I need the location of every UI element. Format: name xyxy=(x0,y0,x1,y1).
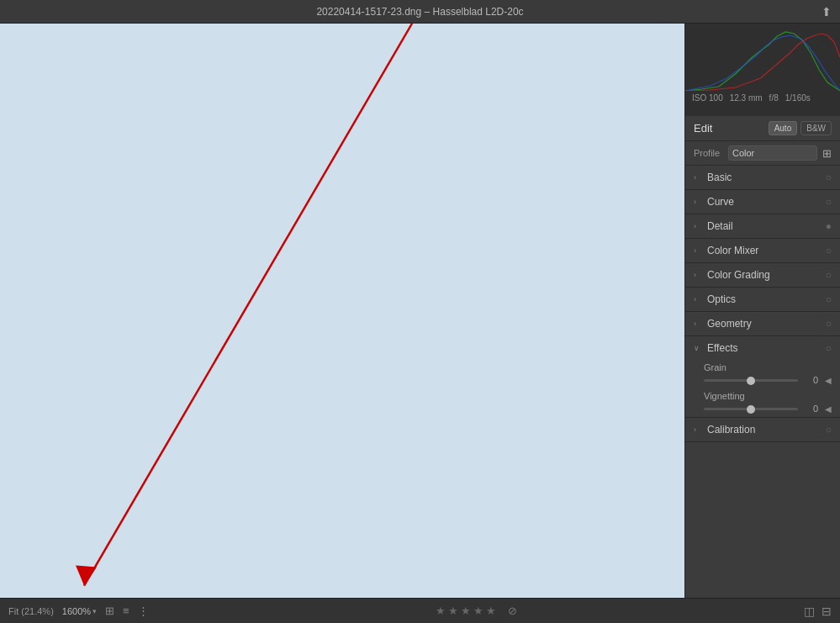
grain-label-row: Grain xyxy=(704,362,832,372)
main-content: ISO 100 12.3 mm f/8 1/160s Edit Auto B&W… xyxy=(0,24,840,598)
zoom-percent[interactable]: 1600% ▾ xyxy=(62,606,97,616)
profile-row: Profile Color Monochrome Vivid ⊞ xyxy=(685,141,840,166)
eye-geometry[interactable]: ○ xyxy=(826,318,832,330)
list-view-icon[interactable]: ≡ xyxy=(123,605,129,617)
histogram-meta: ISO 100 12.3 mm f/8 1/160s xyxy=(685,91,840,105)
label-detail: Detail xyxy=(707,220,826,232)
vignetting-track-container xyxy=(704,403,798,414)
bottom-toolbar: Fit (21.4%) 1600% ▾ ⊞ ≡ ⋮ ★ ★ ★ ★ ★ ⊘ ◫ … xyxy=(0,598,840,623)
right-panel: ISO 100 12.3 mm f/8 1/160s Edit Auto B&W… xyxy=(684,24,840,598)
histogram-area: ISO 100 12.3 mm f/8 1/160s xyxy=(685,24,840,116)
title-bar: 20220414-1517-23.dng – Hasselblad L2D-20… xyxy=(0,0,840,24)
shutter-speed: 1/160s xyxy=(785,93,811,103)
section-calibration[interactable]: › Calibration ○ xyxy=(685,418,840,442)
grain-arrow[interactable]: ◀ xyxy=(825,376,832,385)
vignetting-arrow[interactable]: ◀ xyxy=(825,404,832,414)
separator: – xyxy=(425,6,431,18)
filter-icon[interactable]: ⋮ xyxy=(138,605,149,617)
edit-header: Edit Auto B&W xyxy=(685,116,840,141)
toolbar-right-icons: ◫ ⊟ xyxy=(804,605,832,618)
grain-value: 0 xyxy=(801,375,818,385)
trash-icon[interactable]: ⊘ xyxy=(508,605,517,617)
star-5[interactable]: ★ xyxy=(486,605,496,617)
chevron-color-grading: › xyxy=(694,271,702,279)
eye-optics[interactable]: ○ xyxy=(826,293,832,305)
sections-list: › Basic ○ › Curve ○ › Detail ● › Color M… xyxy=(685,166,840,598)
label-curve: Curve xyxy=(707,196,826,208)
eye-color-mixer[interactable]: ○ xyxy=(826,245,832,256)
label-geometry: Geometry xyxy=(707,318,826,330)
label-color-mixer: Color Mixer xyxy=(707,245,826,256)
section-effects-header[interactable]: ∨ Effects ○ xyxy=(685,336,840,360)
eye-detail[interactable]: ● xyxy=(826,220,832,232)
eye-color-grading[interactable]: ○ xyxy=(826,269,832,281)
svg-line-0 xyxy=(84,24,412,586)
section-geometry[interactable]: › Geometry ○ xyxy=(685,312,840,336)
chevron-calibration: › xyxy=(694,425,702,434)
star-1[interactable]: ★ xyxy=(436,605,446,617)
star-3[interactable]: ★ xyxy=(461,605,471,617)
title-bar-right: ⬆ xyxy=(822,5,832,18)
eye-curve[interactable]: ○ xyxy=(826,196,832,208)
eye-calibration[interactable]: ○ xyxy=(826,424,832,436)
vignetting-label-row: Vignetting xyxy=(704,391,832,401)
label-effects: Effects xyxy=(707,342,826,354)
split-icon[interactable]: ⊟ xyxy=(822,605,832,618)
grain-label: Grain xyxy=(704,362,726,372)
eye-effects[interactable]: ○ xyxy=(826,342,832,354)
iso-value: ISO 100 xyxy=(692,93,723,103)
image-canvas[interactable] xyxy=(0,24,684,598)
chevron-curve: › xyxy=(694,198,702,206)
histogram-chart xyxy=(685,24,840,91)
file-title: 20220414-1517-23.dng – Hasselblad L2D-20… xyxy=(316,6,523,18)
auto-button[interactable]: Auto xyxy=(769,121,798,135)
vignetting-thumb[interactable] xyxy=(747,405,755,414)
profile-select[interactable]: Color Monochrome Vivid xyxy=(728,145,817,161)
profile-label: Profile xyxy=(694,148,723,158)
aperture: f/8 xyxy=(769,93,779,103)
vignetting-track-area xyxy=(704,403,798,414)
label-basic: Basic xyxy=(707,172,826,183)
edit-header-buttons: Auto B&W xyxy=(769,121,832,135)
section-color-mixer[interactable]: › Color Mixer ○ xyxy=(685,239,840,263)
vignetting-label: Vignetting xyxy=(704,391,745,401)
chevron-geometry: › xyxy=(694,319,702,328)
vignetting-slider-row: Vignetting 0 ◀ xyxy=(685,388,840,417)
filename: 20220414-1517-23.dng xyxy=(316,6,421,18)
zoom-fit-label: Fit (21.4%) xyxy=(8,606,54,616)
section-detail[interactable]: › Detail ● xyxy=(685,214,840,239)
grid-view-icon[interactable]: ⊞ xyxy=(105,605,114,617)
star-rating: ★ ★ ★ ★ ★ xyxy=(436,605,496,617)
grain-track-area xyxy=(704,374,798,386)
camera-model: Hasselblad L2D-20c xyxy=(433,6,524,18)
section-basic[interactable]: › Basic ○ xyxy=(685,166,840,190)
grain-slider-inner: 0 ◀ xyxy=(704,374,832,386)
grain-track xyxy=(704,379,798,382)
grid-icon[interactable]: ⊞ xyxy=(822,147,832,160)
diagonal-line-svg xyxy=(0,24,684,598)
star-2[interactable]: ★ xyxy=(448,605,458,617)
vignetting-track xyxy=(704,408,798,410)
zoom-chevron: ▾ xyxy=(92,607,97,615)
vignetting-value: 0 xyxy=(801,404,818,414)
eye-basic[interactable]: ○ xyxy=(826,172,832,183)
star-4[interactable]: ★ xyxy=(473,605,483,617)
grain-slider-row: Grain 0 ◀ xyxy=(685,360,840,388)
label-optics: Optics xyxy=(707,293,826,305)
section-optics[interactable]: › Optics ○ xyxy=(685,288,840,312)
focal-length: 12.3 mm xyxy=(730,93,763,103)
edit-title: Edit xyxy=(694,122,712,135)
grain-thumb[interactable] xyxy=(747,377,755,385)
chevron-basic: › xyxy=(694,173,702,182)
chevron-detail: › xyxy=(694,222,702,230)
section-color-grading[interactable]: › Color Grading ○ xyxy=(685,263,840,288)
compare-icon[interactable]: ◫ xyxy=(804,605,815,618)
section-effects: ∨ Effects ○ Grain xyxy=(685,336,840,418)
export-icon[interactable]: ⬆ xyxy=(822,5,832,18)
vignetting-slider-inner: 0 ◀ xyxy=(704,403,832,414)
bw-button[interactable]: B&W xyxy=(800,121,832,135)
chevron-optics: › xyxy=(694,295,702,304)
chevron-effects: ∨ xyxy=(694,344,702,352)
section-curve[interactable]: › Curve ○ xyxy=(685,190,840,214)
label-calibration: Calibration xyxy=(707,424,826,436)
